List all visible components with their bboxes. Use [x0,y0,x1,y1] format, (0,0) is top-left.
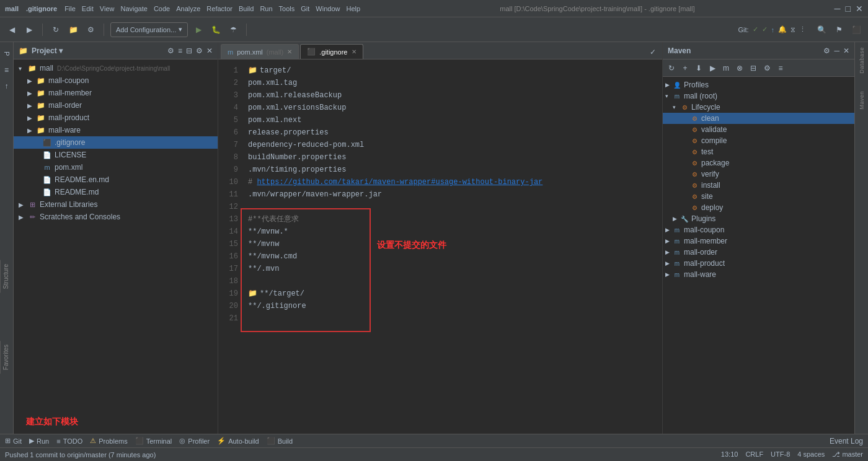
menu-code[interactable]: Code [154,5,170,12]
back-button[interactable]: ◀ [5,23,19,37]
maven-m-btn[interactable]: m [720,62,732,74]
profiler-tab[interactable]: ◎ Profiler [179,437,210,445]
debug-button[interactable]: 🐛 [209,23,223,37]
maven-root[interactable]: ▾ m mall (root) [663,90,854,102]
charset[interactable]: UTF-8 [771,450,790,459]
expand-arrow[interactable]: ▶ [27,127,36,134]
bookmark-button[interactable]: ⚑ [832,23,846,37]
expand-arrow[interactable]: ▶ [27,102,36,109]
close-icon[interactable]: ✕ [206,46,213,55]
expand-arrow[interactable]: ▶ [19,214,27,221]
cursor-position[interactable]: 13:10 [721,450,738,459]
menu-navigate[interactable]: Navigate [120,5,147,12]
menu-file[interactable]: File [64,5,76,12]
maven-phase-clean[interactable]: ⚙ clean [663,113,854,124]
tab-gitignore-close[interactable]: ✕ [352,48,356,55]
folder-button[interactable]: 📁 [66,23,80,37]
expand-arrow[interactable]: ▶ [665,260,673,266]
maven-collapse-btn[interactable]: ⊟ [747,62,760,74]
tree-item-mall-coupon[interactable]: ▶ 📁 mall-coupon [14,74,218,87]
tab-pom[interactable]: m pom.xml (mall) ✕ [221,44,299,59]
maven-sort-btn[interactable]: ≡ [774,62,787,74]
maven-minimize-icon[interactable]: ─ [834,46,839,55]
structure-icon[interactable]: ≡ [0,63,14,77]
git-tab[interactable]: ⊞ Git [5,437,22,445]
maven-module-order[interactable]: ▶ m mall-order [663,247,854,258]
maven-phase-package[interactable]: ⚙ package [663,157,854,169]
sync-button[interactable]: ↻ [49,23,63,37]
maven-module-coupon[interactable]: ▶ m mall-coupon [663,224,854,235]
run-tab[interactable]: ▶ Run [29,437,49,445]
expand-arrow[interactable]: ▶ [665,82,673,88]
maven-settings2-btn[interactable]: ⚙ [761,62,773,74]
maven-phase-site[interactable]: ⚙ site [663,191,854,202]
menu-refactor[interactable]: Refactor [206,5,232,12]
maven-module-ware[interactable]: ▶ m mall-ware [663,269,854,280]
maven-profiles[interactable]: ▶ 👤 Profiles [663,79,854,90]
expand-arrow[interactable]: ▶ [27,90,36,97]
maven-phase-deploy[interactable]: ⚙ deploy [663,202,854,213]
expand-arrow[interactable]: ▾ [19,65,27,72]
tree-root[interactable]: ▾ 📁 mall D:\Code\SpringCode\project-trai… [14,62,218,74]
menu-window[interactable]: Window [316,5,340,12]
todo-tab[interactable]: ≡ TODO [56,437,82,445]
settings-button[interactable]: ⚙ [84,23,97,37]
menu-build[interactable]: Build [239,5,254,12]
maven-module-member[interactable]: ▶ m mall-member [663,235,854,247]
build-tab[interactable]: ⬛ Build [267,437,293,445]
tree-item-mall-product[interactable]: ▶ 📁 mall-product [14,112,218,124]
terminal-icon[interactable]: ⬛ [849,23,863,37]
forward-button[interactable]: ▶ [22,23,36,37]
expand-arrow[interactable]: ▾ [665,93,673,99]
maven-phase-validate[interactable]: ⚙ validate [663,124,854,135]
maven-phase-test[interactable]: ⚙ test [663,146,854,157]
tree-item-ext-libs[interactable]: ▶ ⊞ External Libraries [14,198,218,211]
tree-item-license[interactable]: 📄 LICENSE [14,149,218,161]
indent-settings[interactable]: 4 spaces [797,450,825,459]
maven-refresh-btn[interactable]: ↻ [665,62,678,74]
terminal-tab[interactable]: ⬛ Terminal [135,437,172,445]
tree-item-mall-ware[interactable]: ▶ 📁 mall-ware [14,124,218,136]
run-config[interactable]: Add Configuration... ▾ [110,22,188,37]
settings-icon[interactable]: ⚙ [167,46,174,55]
menu-view[interactable]: View [100,5,115,12]
git-fetch-icon[interactable]: 🔔 [778,25,787,33]
maven-close-icon[interactable]: ✕ [843,46,849,55]
database-label[interactable]: Database [859,47,865,74]
problems-tab[interactable]: ⚠ Problems [90,437,127,445]
maximize-button[interactable]: □ [846,4,851,14]
expand-arrow[interactable]: ▶ [665,249,673,255]
auto-build-tab[interactable]: ⚡ Auto-build [217,437,259,445]
maven-add-btn[interactable]: + [679,62,691,74]
maven-side-label[interactable]: Maven [859,91,865,110]
git-check1[interactable]: ✓ [753,25,758,33]
menu-tools[interactable]: Tools [279,5,295,12]
run-button[interactable]: ▶ [192,23,205,37]
menu-help[interactable]: Help [346,5,360,12]
tree-item-readme[interactable]: 📄 README.md [14,186,218,198]
code-editor[interactable]: 设置不提交的文件 📁target/ pom.xml.tag pom.xml.re… [241,59,662,434]
tree-item-mall-member[interactable]: ▶ 📁 mall-member [14,87,218,99]
event-log-link[interactable]: Event Log [830,437,863,446]
sort-icon[interactable]: ≡ [178,46,182,55]
close-button[interactable]: ✕ [856,4,863,14]
menu-analyze[interactable]: Analyze [176,5,200,12]
git-push-icon[interactable]: ↑ [771,26,775,33]
expand-arrow[interactable]: ▶ [665,271,673,278]
maven-phase-verify[interactable]: ⚙ verify [663,169,854,180]
tree-item-pom[interactable]: m pom.xml [14,161,218,173]
structure-side-label[interactable]: Structure [0,260,11,293]
line-ending[interactable]: CRLF [745,450,763,459]
menu-run[interactable]: Run [260,5,272,12]
vcs-branch[interactable]: ⎇ master [832,450,863,459]
tab-pom-close[interactable]: ✕ [287,48,292,55]
maven-settings-icon[interactable]: ⚙ [823,46,830,55]
expand-arrow[interactable]: ▶ [27,115,36,121]
gear-icon[interactable]: ⚙ [196,46,203,55]
maven-import-btn[interactable]: ⬇ [693,62,705,74]
minimize-button[interactable]: ─ [835,4,841,14]
maven-phase-install[interactable]: ⚙ install [663,180,854,191]
tree-item-gitignore[interactable]: ⬛ .gitignore [14,136,218,149]
expand-arrow[interactable]: ▾ [673,104,680,110]
toggle-soft-wrap[interactable]: ✓ [646,45,660,59]
